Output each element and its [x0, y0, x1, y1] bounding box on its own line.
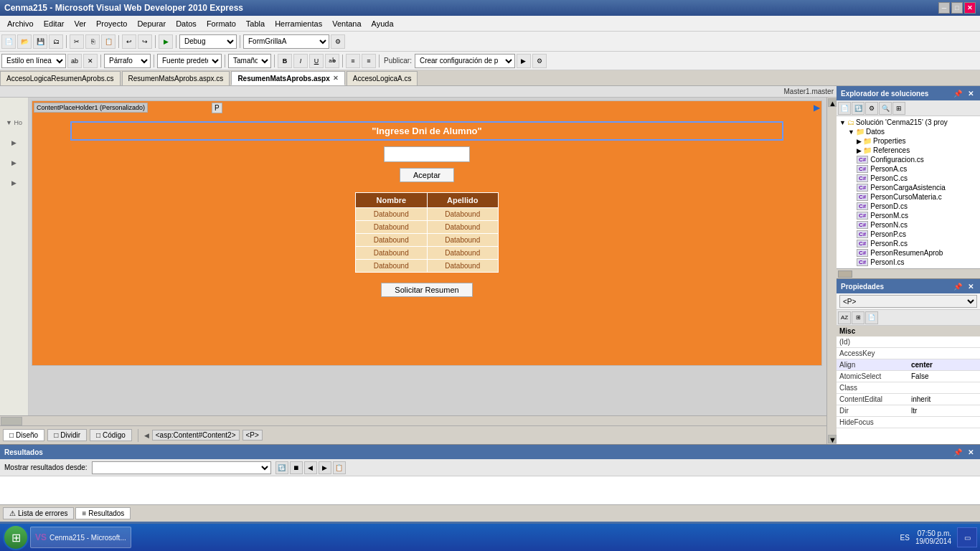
bold-btn[interactable]: B	[278, 54, 292, 68]
paste-btn[interactable]: 📋	[101, 34, 116, 49]
pin-button[interactable]: 📌	[951, 90, 964, 98]
persona-cs[interactable]: C# PersonA.cs	[838, 164, 979, 174]
personn-cs[interactable]: C# PersonN.cs	[838, 220, 979, 230]
menu-ventana[interactable]: Ventana	[328, 18, 365, 29]
save-btn[interactable]: 💾	[33, 34, 47, 49]
personresumen-cs[interactable]: C# PersonResumenAprob	[838, 248, 979, 258]
results-next-btn[interactable]: ▶	[319, 461, 331, 474]
results-export-btn[interactable]: 📋	[333, 461, 346, 474]
font-combo[interactable]: Fuente predeter	[157, 54, 222, 68]
breadcrumb-content[interactable]: <asp:Content#Content2>	[152, 430, 240, 441]
publish-combo[interactable]: Crear configuración de p	[415, 54, 515, 68]
aceptar-button[interactable]: Aceptar	[400, 168, 454, 182]
scroll-down-arrow[interactable]: ▼	[828, 435, 837, 443]
format-combo[interactable]: Párrafo	[104, 54, 151, 68]
personl-cs[interactable]: C# PersonI.cs	[838, 258, 979, 267]
prop-contentedital-value[interactable]: inherit	[908, 394, 980, 405]
references-folder[interactable]: ▶ 📁 References	[838, 146, 979, 155]
undo-btn[interactable]: ↩	[122, 34, 136, 49]
menu-depurar[interactable]: Depurar	[133, 18, 170, 29]
prop-page-btn[interactable]: 📄	[865, 311, 878, 324]
menu-datos[interactable]: Datos	[171, 18, 201, 29]
results-tab-btn[interactable]: ≡ Resultados	[75, 507, 131, 519]
element-select[interactable]: <P>	[839, 295, 977, 308]
sol-tool2[interactable]: 🔃	[852, 102, 864, 115]
prop-dir-value[interactable]: ltr	[908, 405, 980, 417]
redo-btn[interactable]: ↪	[138, 34, 152, 49]
publish-opts-btn[interactable]: ⚙	[532, 54, 547, 68]
tab-accesologicaa[interactable]: AccesoLogicaA.cs	[347, 71, 418, 85]
properties-folder[interactable]: ▶ 📁 Properties	[838, 136, 979, 146]
sol-tool4[interactable]: 🔍	[879, 102, 892, 115]
tab-resumenmats-cs[interactable]: ResumenMatsAprobs.aspx.cs	[122, 71, 230, 85]
personm-cs[interactable]: C# PersonM.cs	[838, 211, 979, 220]
configuracion-cs[interactable]: C# Configuracion.cs	[838, 155, 979, 164]
prop-hidefocus-value[interactable]	[908, 417, 980, 428]
italic-btn[interactable]: I	[293, 54, 308, 68]
menu-herramientas[interactable]: Herramientas	[270, 18, 326, 29]
sort-cat-btn[interactable]: ⊞	[852, 311, 864, 324]
prop-class-value[interactable]	[908, 382, 980, 394]
solution-root[interactable]: ▼ 🗂 Solución 'Cenma215' (3 proy	[838, 118, 979, 127]
personc-cs[interactable]: C# PersonC.cs	[838, 174, 979, 183]
scroll-up-arrow[interactable]: ▲	[828, 98, 837, 107]
personp-cs[interactable]: C# PersonP.cs	[838, 230, 979, 239]
strikethrough-btn[interactable]: ab̶	[325, 54, 339, 68]
datos-folder[interactable]: ▼ 📁 Datos	[838, 127, 979, 136]
clear-style-btn[interactable]: ✕	[83, 54, 98, 68]
solicitar-button[interactable]: Solicitar Resumen	[381, 283, 472, 297]
start-btn[interactable]: ▶	[159, 34, 173, 49]
personr-cs[interactable]: C# PersonR.cs	[838, 239, 979, 248]
split-view-button[interactable]: □ Dividir	[47, 429, 87, 441]
personcarga-cs[interactable]: C# PersonCargaAsistencia	[838, 183, 979, 192]
taskbar-vs-app[interactable]: VS Cenma215 - Microsoft...	[30, 527, 131, 548]
results-prev-btn[interactable]: ◀	[304, 461, 317, 474]
align-center-btn[interactable]: ≡	[362, 54, 376, 68]
persond-cs[interactable]: C# PersonD.cs	[838, 202, 979, 211]
copy-btn[interactable]: ⎘	[85, 34, 100, 49]
tab-accesologica[interactable]: AccesoLogicaResumenAprobs.cs	[0, 71, 121, 85]
start-button[interactable]: ⊞	[3, 524, 29, 550]
design-view-button[interactable]: □ Diseño	[3, 429, 44, 441]
menu-formato[interactable]: Formato	[202, 18, 240, 29]
new-file-btn[interactable]: 📄	[1, 34, 16, 49]
cut-btn[interactable]: ✂	[70, 34, 84, 49]
menu-ayuda[interactable]: Ayuda	[367, 18, 398, 29]
style-combo[interactable]: Estilo en línea	[1, 54, 66, 68]
results-refresh-btn[interactable]: 🔃	[275, 461, 288, 474]
horizontal-scrollbar[interactable]	[0, 415, 826, 425]
vertical-scrollbar[interactable]: ▲ ▼	[826, 98, 837, 444]
dni-input[interactable]	[384, 146, 470, 162]
sol-scrollbar[interactable]	[837, 268, 980, 278]
menu-archivo[interactable]: Archivo	[3, 18, 38, 29]
debug-combo[interactable]: Debug	[179, 34, 237, 49]
sol-tool3[interactable]: ⚙	[865, 102, 878, 115]
results-stop-btn[interactable]: ⏹	[290, 461, 303, 474]
menu-editar[interactable]: Editar	[39, 18, 69, 29]
size-combo[interactable]: Tamaño	[228, 54, 271, 68]
sort-az-btn[interactable]: AZ	[838, 311, 851, 324]
publish-btn[interactable]: ▶	[517, 54, 531, 68]
prop-align-value[interactable]: center	[908, 359, 980, 371]
close-button[interactable]: ✕	[964, 2, 976, 14]
menu-tabla[interactable]: Tabla	[242, 18, 269, 29]
prop-atomicselect-value[interactable]: False	[908, 371, 980, 382]
toolbar-extra-btn[interactable]: ⚙	[331, 34, 345, 49]
tab-close-icon[interactable]: ✕	[333, 75, 339, 82]
expand-icon[interactable]: ▶	[814, 103, 820, 113]
error-list-tab[interactable]: ⚠ Lista de errores	[3, 507, 74, 519]
form-combo[interactable]: FormGrillaA	[243, 34, 329, 49]
prop-accesskey-value[interactable]	[908, 348, 980, 359]
minimize-button[interactable]: ─	[938, 2, 950, 14]
maximize-button[interactable]: □	[951, 2, 963, 14]
underline-btn[interactable]: U	[309, 54, 324, 68]
sol-scroll-thumb[interactable]	[838, 270, 852, 278]
menu-proyecto[interactable]: Proyecto	[92, 18, 131, 29]
personcurso-cs[interactable]: C# PersonCursoMateria.c	[838, 192, 979, 202]
prop-id-value[interactable]	[908, 336, 980, 348]
tab-resumenmats-aspx[interactable]: ResumenMatsAprobs.aspx ✕	[231, 71, 344, 85]
sol-tool5[interactable]: ⊞	[892, 102, 905, 115]
prop-pin-button[interactable]: 📌	[951, 283, 964, 291]
code-view-button[interactable]: □ Código	[90, 429, 132, 441]
menu-ver[interactable]: Ver	[70, 18, 90, 29]
